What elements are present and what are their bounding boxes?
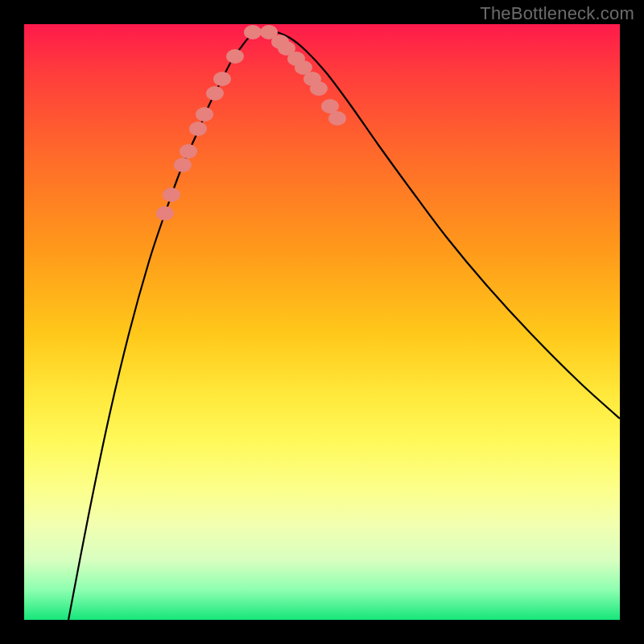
highlight-dot bbox=[174, 158, 192, 172]
chart-svg bbox=[24, 24, 620, 620]
highlight-dot bbox=[163, 188, 180, 202]
highlight-dot bbox=[310, 81, 328, 96]
highlight-dot bbox=[328, 111, 346, 126]
highlight-dot bbox=[226, 49, 244, 64]
highlight-dot bbox=[213, 72, 231, 86]
highlight-dot bbox=[244, 25, 262, 39]
highlight-dots-group bbox=[156, 25, 346, 221]
highlight-dot bbox=[180, 144, 197, 159]
watermark-text: TheBottleneck.com bbox=[480, 3, 634, 24]
highlight-dot bbox=[189, 122, 207, 136]
highlight-dot bbox=[206, 86, 224, 101]
chart-plot-area bbox=[24, 24, 620, 620]
highlight-dot bbox=[196, 107, 213, 122]
highlight-dot bbox=[156, 206, 174, 221]
